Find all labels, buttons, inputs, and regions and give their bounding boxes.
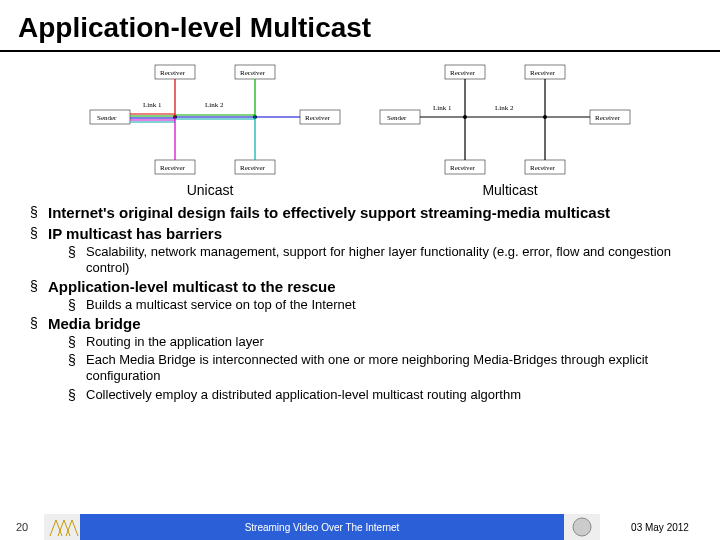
footer-logo-right xyxy=(564,514,600,540)
svg-text:Receiver: Receiver xyxy=(530,69,556,77)
footer-title: Streaming Video Over The Internet xyxy=(80,514,564,540)
bullet-2: IP multicast has barriers Scalability, n… xyxy=(30,225,702,276)
svg-point-50 xyxy=(573,518,591,536)
footer-logo-left xyxy=(44,514,80,540)
unicast-diagram: Sender Receiver Receiver Receiver Receiv… xyxy=(85,60,345,180)
multicast-caption: Multicast xyxy=(360,182,660,198)
svg-text:Receiver: Receiver xyxy=(240,69,266,77)
bullet-4-2: Each Media Bridge is interconnected with… xyxy=(68,352,702,385)
bullet-4: Media bridge Routing in the application … xyxy=(30,315,702,403)
bullet-3: Application-level multicast to the rescu… xyxy=(30,278,702,313)
sender-node: Sender xyxy=(90,110,130,124)
bullet-2-1: Scalability, network management, support… xyxy=(68,244,702,277)
footer: 20 Streaming Video Over The Internet 03 … xyxy=(0,514,720,540)
svg-text:Sender: Sender xyxy=(387,114,407,122)
svg-text:Receiver: Receiver xyxy=(240,164,266,172)
footer-date: 03 May 2012 xyxy=(600,514,720,540)
bullet-list: Internet's original design fails to effe… xyxy=(0,198,720,403)
svg-text:Sender: Sender xyxy=(97,114,117,122)
page-number: 20 xyxy=(0,514,44,540)
receiver-top1: Receiver xyxy=(155,65,195,79)
link2-label: Link 2 xyxy=(205,101,224,109)
receiver-bot2: Receiver xyxy=(235,160,275,174)
svg-text:Link 1: Link 1 xyxy=(433,104,452,112)
link1-label: Link 1 xyxy=(143,101,162,109)
bullet-4-3: Collectively employ a distributed applic… xyxy=(68,387,702,403)
bullet-4-1: Routing in the application layer xyxy=(68,334,702,350)
svg-text:Link 2: Link 2 xyxy=(495,104,514,112)
bullet-3-1: Builds a multicast service on top of the… xyxy=(68,297,702,313)
slide-title: Application-level Multicast xyxy=(0,0,720,52)
receiver-top2: Receiver xyxy=(235,65,275,79)
svg-text:Receiver: Receiver xyxy=(450,69,476,77)
multicast-diagram: Sender Receiver Receiver Receiver Receiv… xyxy=(375,60,635,180)
svg-text:Receiver: Receiver xyxy=(530,164,556,172)
receiver-right: Receiver xyxy=(300,110,340,124)
caption-row: Unicast Multicast xyxy=(0,182,720,198)
receiver-bot1: Receiver xyxy=(155,160,195,174)
svg-text:Receiver: Receiver xyxy=(305,114,331,122)
bullet-1: Internet's original design fails to effe… xyxy=(30,204,702,223)
svg-text:Receiver: Receiver xyxy=(160,69,186,77)
unicast-caption: Unicast xyxy=(60,182,360,198)
diagram-row: Sender Receiver Receiver Receiver Receiv… xyxy=(0,52,720,182)
svg-text:Receiver: Receiver xyxy=(160,164,186,172)
svg-text:Receiver: Receiver xyxy=(450,164,476,172)
svg-text:Receiver: Receiver xyxy=(595,114,621,122)
